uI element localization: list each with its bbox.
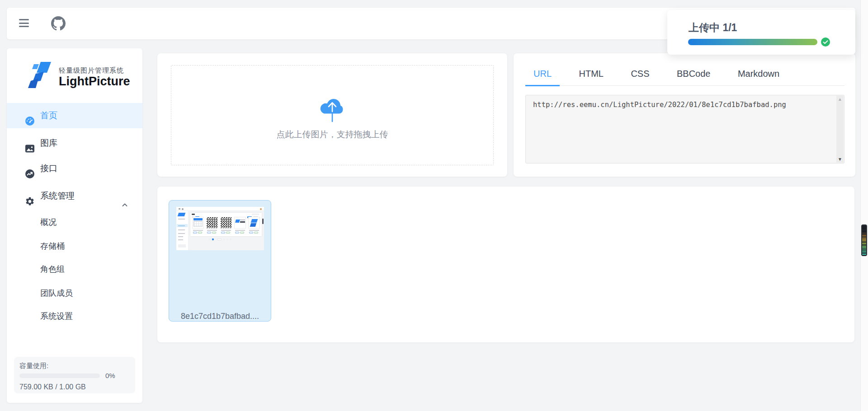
dashboard-icon bbox=[25, 111, 35, 121]
scroll-up-icon[interactable]: ▲ bbox=[836, 97, 844, 102]
api-icon bbox=[25, 163, 35, 173]
image-filename: 8e1c7cd1b7bafbad.... bbox=[169, 312, 271, 321]
lightpicture-logo-icon bbox=[28, 61, 52, 88]
code-textarea[interactable]: http://res.eemu.cn/LightPicture/2022/01/… bbox=[525, 95, 844, 163]
sidebar-item-gallery[interactable]: 图库 bbox=[7, 131, 142, 156]
sidebar-subitem-buckets[interactable]: 存储桶 bbox=[7, 235, 142, 257]
gear-icon bbox=[25, 191, 35, 201]
code-tabs: URL HTML CSS BBCode Markdown bbox=[525, 67, 844, 86]
hamburger-icon[interactable] bbox=[19, 19, 29, 27]
tab-html[interactable]: HTML bbox=[571, 67, 611, 86]
image-card[interactable]: 8e1c7cd1b7bafbad.... bbox=[169, 200, 271, 322]
upload-panel: 点此上传图片，支持拖拽上传 bbox=[157, 53, 507, 177]
code-content: http://res.eemu.cn/LightPicture/2022/01/… bbox=[533, 101, 828, 109]
page-scrollbar[interactable] bbox=[860, 0, 868, 411]
upload-hint: 点此上传图片，支持拖拽上传 bbox=[171, 129, 493, 140]
capacity-label: 容量使用: bbox=[19, 362, 130, 370]
upload-progress-bar bbox=[688, 39, 817, 45]
lightpicture-app: 上传中 1/1 轻量级图片管理系统 LightPicture 首页 bbox=[0, 0, 868, 411]
logo: 轻量级图片管理系统 LightPicture bbox=[28, 61, 132, 90]
capacity-progress-bar bbox=[19, 374, 100, 378]
scroll-down-icon[interactable]: ▼ bbox=[836, 157, 844, 162]
sidebar-subitem-roles[interactable]: 角色组 bbox=[7, 258, 142, 280]
scroll-minimap-widget[interactable] bbox=[861, 224, 867, 256]
capacity-percent: 0% bbox=[105, 372, 115, 379]
tab-url[interactable]: URL bbox=[525, 67, 560, 86]
capacity-usage-text: 759.00 KB / 1.00 GB bbox=[19, 383, 86, 391]
cloud-upload-icon bbox=[318, 93, 346, 126]
tab-css[interactable]: CSS bbox=[623, 67, 657, 86]
sidebar-item-label: 接口 bbox=[40, 156, 57, 181]
check-circle-icon bbox=[821, 37, 830, 47]
github-icon[interactable] bbox=[51, 16, 66, 31]
code-panel: URL HTML CSS BBCode Markdown http://res.… bbox=[514, 53, 855, 177]
sidebar-item-system[interactable]: 系统管理 bbox=[7, 183, 142, 209]
sidebar-subitem-members[interactable]: 团队成员 bbox=[7, 282, 142, 304]
tab-bbcode[interactable]: BBCode bbox=[669, 67, 719, 86]
capacity-usage-box: 容量使用: 0% 759.00 KB / 1.00 GB bbox=[14, 357, 135, 393]
upload-toast: 上传中 1/1 bbox=[667, 10, 855, 55]
sidebar-item-label: 系统管理 bbox=[40, 183, 75, 209]
upload-dropzone[interactable]: 点此上传图片，支持拖拽上传 bbox=[171, 65, 494, 165]
logo-title: LightPicture bbox=[59, 75, 130, 89]
textarea-scrollbar[interactable]: ▲ ▼ bbox=[836, 96, 844, 163]
sidebar-item-api[interactable]: 接口 bbox=[7, 156, 142, 181]
logo-subtitle: 轻量级图片管理系统 bbox=[59, 66, 124, 75]
chevron-up-icon bbox=[122, 193, 128, 199]
sidebar-item-label: 图库 bbox=[40, 131, 57, 156]
gallery-icon bbox=[25, 138, 35, 148]
sidebar-item-home[interactable]: 首页 bbox=[7, 103, 142, 128]
gallery-panel: 8e1c7cd1b7bafbad.... bbox=[157, 187, 854, 342]
sidebar-item-label: 首页 bbox=[40, 103, 57, 128]
sidebar: 轻量级图片管理系统 LightPicture 首页 图库 接口 系统 bbox=[7, 48, 142, 403]
upload-toast-title: 上传中 1/1 bbox=[689, 21, 737, 35]
thumbnail-image bbox=[176, 207, 264, 250]
tab-markdown[interactable]: Markdown bbox=[730, 67, 788, 86]
sidebar-subitem-settings[interactable]: 系统设置 bbox=[7, 305, 142, 327]
sidebar-subitem-overview[interactable]: 概况 bbox=[7, 211, 142, 234]
